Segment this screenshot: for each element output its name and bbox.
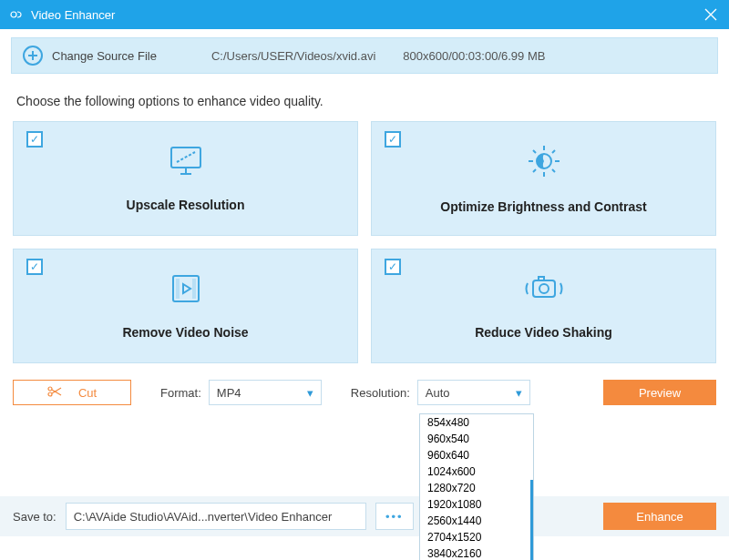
dots-icon: ••• — [385, 510, 404, 524]
format-select[interactable]: MP4 ▾ — [209, 380, 322, 405]
card-brightness[interactable]: ✓ Optimize Brightness and Contrast — [371, 121, 716, 236]
svg-line-11 — [552, 169, 555, 172]
list-item[interactable]: 2704x1520 — [420, 529, 533, 545]
svg-point-22 — [48, 392, 52, 396]
cut-label: Cut — [78, 386, 97, 400]
preview-label: Preview — [639, 386, 681, 400]
card-upscale-title: Upscale Resolution — [127, 198, 245, 212]
svg-marker-17 — [183, 284, 190, 293]
svg-line-13 — [552, 150, 555, 153]
checkbox-upscale[interactable]: ✓ — [26, 131, 43, 148]
source-path: C:/Users/USER/Videos/xvid.avi — [211, 49, 375, 63]
card-shaking-title: Reduce Video Shaking — [475, 325, 612, 340]
enhance-button[interactable]: Enhance — [603, 503, 716, 530]
resolution-select[interactable]: Auto ▾ — [417, 380, 530, 405]
svg-line-10 — [533, 150, 536, 153]
enhance-label: Enhance — [636, 510, 683, 524]
film-icon — [168, 272, 204, 309]
resolution-dropdown[interactable]: 854x480 960x540 960x640 1024x600 1280x72… — [419, 413, 534, 560]
save-path-input[interactable]: C:\AVAide Studio\AVAid...nverter\Video E… — [66, 503, 366, 530]
list-item[interactable]: 1280x720 — [420, 480, 533, 496]
svg-rect-16 — [192, 279, 196, 299]
save-bar: Save to: C:\AVAide Studio\AVAid...nverte… — [0, 496, 729, 536]
options-grid: ✓ Upscale Resolution ✓ Optimize Brightne… — [0, 121, 729, 363]
card-shaking[interactable]: ✓ Reduce Video Shaking — [371, 249, 716, 363]
svg-rect-15 — [176, 279, 180, 299]
card-noise[interactable]: ✓ Remove Video Noise — [13, 249, 358, 363]
sun-icon — [526, 143, 562, 183]
change-source-label[interactable]: Change Source File — [52, 49, 157, 63]
camera-icon — [522, 272, 566, 309]
resolution-label: Resolution: — [351, 386, 410, 400]
svg-point-21 — [48, 387, 52, 391]
checkbox-noise[interactable]: ✓ — [26, 259, 43, 275]
resolution-value: Auto — [426, 386, 450, 400]
list-item[interactable]: 960x540 — [420, 431, 533, 447]
cut-button[interactable]: Cut — [13, 380, 131, 405]
list-item[interactable]: 3840x2160 — [420, 545, 533, 560]
list-item[interactable]: 854x480 — [420, 414, 533, 431]
browse-button[interactable]: ••• — [375, 503, 414, 530]
save-path-value: C:\AVAide Studio\AVAid...nverter\Video E… — [74, 510, 333, 524]
save-to-label: Save to: — [13, 510, 56, 524]
chevron-down-icon: ▾ — [307, 386, 313, 400]
close-icon[interactable] — [702, 5, 720, 24]
list-item[interactable]: 2560x1440 — [420, 513, 533, 529]
monitor-icon — [168, 145, 204, 181]
checkbox-shaking[interactable]: ✓ — [385, 259, 401, 275]
instruction-text: Choose the following options to enhance … — [0, 74, 729, 121]
app-icon — [9, 7, 24, 22]
app-title: Video Enhancer — [31, 8, 702, 22]
svg-line-12 — [533, 169, 536, 172]
source-info: 800x600/00:03:00/6.99 MB — [403, 49, 545, 63]
titlebar: Video Enhancer — [0, 0, 729, 29]
list-item[interactable]: 1920x1080 — [420, 496, 533, 513]
card-brightness-title: Optimize Brightness and Contrast — [440, 199, 646, 214]
list-item[interactable]: 960x640 — [420, 447, 533, 463]
scrollbar[interactable] — [530, 480, 533, 560]
source-bar: Change Source File C:/Users/USER/Videos/… — [11, 37, 718, 74]
format-label: Format: — [160, 386, 201, 400]
format-value: MP4 — [217, 386, 241, 400]
add-source-icon[interactable] — [23, 46, 43, 66]
controls-row: Cut Format: MP4 ▾ Resolution: Auto ▾ Pre… — [0, 363, 729, 405]
svg-line-2 — [177, 152, 195, 162]
svg-rect-18 — [533, 280, 555, 297]
card-noise-title: Remove Video Noise — [122, 325, 248, 340]
list-item[interactable]: 1024x600 — [420, 463, 533, 480]
checkbox-brightness[interactable]: ✓ — [385, 131, 401, 148]
svg-point-19 — [539, 284, 549, 293]
preview-button[interactable]: Preview — [603, 380, 716, 405]
chevron-down-icon: ▾ — [516, 386, 522, 400]
scissors-icon — [47, 385, 62, 401]
card-upscale[interactable]: ✓ Upscale Resolution — [13, 121, 358, 236]
svg-point-0 — [11, 12, 16, 17]
svg-rect-20 — [539, 277, 544, 280]
